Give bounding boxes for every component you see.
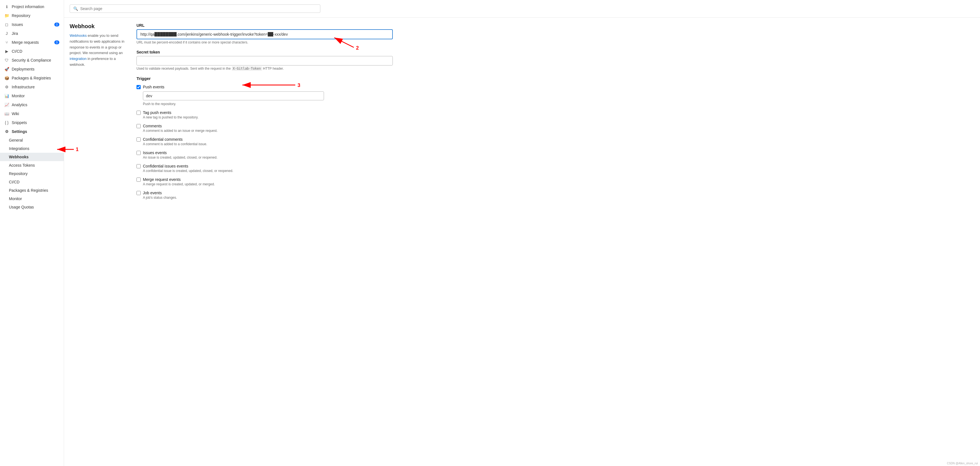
sidebar-item-merge-requests[interactable]: ⑂ Merge requests 0 [0,38,64,47]
issues-events-label[interactable]: Issues events [143,150,167,155]
sidebar-item-project-information[interactable]: ℹ Project information [0,2,64,11]
search-input[interactable] [80,6,317,11]
push-events-checkbox[interactable] [137,85,141,89]
url-hint: URL must be percent-encoded if it contai… [137,40,393,44]
branch-input-container [137,91,393,101]
secret-token-hint: Used to validate received payloads. Sent… [137,67,393,70]
job-events-desc: A job's status changes. [137,196,393,199]
watermark: CSDN @Allen_shore_rui [947,462,978,465]
cicd-icon: ▶ [5,49,9,54]
repo-icon: 📁 [5,13,9,18]
snippet-icon: { } [5,120,9,125]
merge-badge: 0 [54,40,59,44]
webhook-title: Webhook [70,23,126,30]
sidebar-item-security-compliance[interactable]: 🛡 Security & Compliance [0,56,64,65]
sidebar-item-deployments[interactable]: 🚀 Deployments [0,65,64,73]
trigger-push-events: Push events Push to the repository. [137,85,393,106]
main-content: 🔍 Webhook Webhooks enable you to send no… [64,0,980,466]
webhooks-link[interactable]: Webhooks [70,34,87,38]
comments-checkbox[interactable] [137,124,141,128]
sidebar-item-jira[interactable]: J Jira [0,29,64,38]
trigger-confidential-issues-events: Confidential issues events A confidentia… [137,164,393,173]
sidebar-sub-item-usage-quotas[interactable]: Usage Quotas [0,203,64,211]
sidebar-sub-item-access-tokens[interactable]: Access Tokens [0,161,64,169]
confidential-comments-checkbox[interactable] [137,137,141,142]
analytics-icon: 📈 [5,102,9,107]
issues-events-desc: An issue is created, updated, closed, or… [137,155,393,160]
sidebar-sub-item-webhooks[interactable]: Webhooks [0,153,64,161]
wiki-icon: 📖 [5,112,9,116]
sidebar-item-infrastructure[interactable]: ⚙ Infrastructure [0,83,64,91]
tag-push-events-checkbox[interactable] [137,111,141,115]
secret-token-form-group: Secret token Used to validate received p… [137,50,393,70]
integration-link[interactable]: integration [70,57,87,61]
search-bar-container: 🔍 [64,0,980,18]
webhook-description: Webhooks enable you to send notification… [70,33,126,68]
secret-token-code: X-Gitlab-Token [232,66,262,71]
sidebar-item-monitor[interactable]: 📊 Monitor [0,91,64,101]
issues-badge: 0 [54,22,59,27]
sidebar-sub-item-monitor[interactable]: Monitor [0,195,64,203]
shield-icon: 🛡 [5,58,9,62]
sidebar-sub-item-integrations[interactable]: Integrations [0,144,64,153]
push-events-desc: Push to the repository. [137,102,393,106]
push-events-label[interactable]: Push events [143,85,164,89]
url-form-group: URL URL must be percent-encoded if it co… [137,23,393,44]
url-input[interactable] [137,29,393,39]
secret-token-label: Secret token [137,50,393,54]
sidebar-item-wiki[interactable]: 📖 Wiki [0,109,64,118]
trigger-label: Trigger [137,76,393,81]
form-panel: URL URL must be percent-encoded if it co… [137,23,393,205]
sidebar-item-settings[interactable]: ⚙ Settings [0,127,64,136]
sidebar: ℹ Project information 📁 Repository ◻ Iss… [0,0,64,466]
comments-desc: A comment is added to an issue or merge … [137,129,393,132]
description-panel: Webhook Webhooks enable you to send noti… [70,23,126,205]
trigger-merge-request-events: Merge request events A merge request is … [137,177,393,186]
sidebar-item-repository[interactable]: 📁 Repository [0,11,64,20]
trigger-tag-push-events: Tag push events A new tag is pushed to t… [137,110,393,119]
confidential-issues-events-label[interactable]: Confidential issues events [143,164,188,168]
issue-icon: ◻ [5,22,9,27]
trigger-comments: Comments A comment is added to an issue … [137,124,393,132]
tag-push-events-desc: A new tag is pushed to the repository. [137,115,393,119]
settings-icon: ⚙ [5,129,9,134]
sidebar-sub-item-packages-registries[interactable]: Packages & Registries [0,186,64,195]
url-label: URL [137,23,393,27]
sidebar-item-analytics[interactable]: 📈 Analytics [0,101,64,109]
branch-input[interactable] [143,91,324,101]
merge-request-events-label[interactable]: Merge request events [143,177,180,182]
info-icon: ℹ [5,5,9,9]
trigger-checkboxes: Push events Push to the repository. Tag … [137,85,393,199]
confidential-comments-desc: A comment is added to a confidential iss… [137,142,393,146]
tag-push-events-label[interactable]: Tag push events [143,110,171,115]
trigger-form-group: Trigger Push events Push to the reposito… [137,76,393,199]
trigger-issues-events: Issues events An issue is created, updat… [137,150,393,160]
secret-token-input[interactable] [137,56,393,65]
monitor-icon: 📊 [5,94,9,98]
confidential-issues-events-desc: A confidential issue is created, updated… [137,169,393,173]
merge-request-events-desc: A merge request is created, updated, or … [137,182,393,186]
merge-request-events-checkbox[interactable] [137,177,141,182]
sidebar-sub-item-general[interactable]: General [0,136,64,144]
jira-icon: J [5,31,9,36]
sidebar-sub-item-repository[interactable]: Repository [0,169,64,178]
job-events-checkbox[interactable] [137,191,141,195]
sidebar-item-packages-registries[interactable]: 📦 Packages & Registries [0,73,64,83]
infra-icon: ⚙ [5,85,9,89]
comments-label[interactable]: Comments [143,124,162,128]
confidential-issues-events-checkbox[interactable] [137,164,141,168]
package-icon: 📦 [5,76,9,80]
issues-events-checkbox[interactable] [137,151,141,155]
content-area: Webhook Webhooks enable you to send noti… [64,18,398,211]
sidebar-item-issues[interactable]: ◻ Issues 0 [0,20,64,29]
sidebar-item-cicd[interactable]: ▶ CI/CD [0,47,64,56]
merge-icon: ⑂ [5,40,9,45]
sidebar-item-snippets[interactable]: { } Snippets [0,118,64,127]
confidential-comments-label[interactable]: Confidential comments [143,137,183,142]
deploy-icon: 🚀 [5,67,9,71]
search-bar: 🔍 [70,5,320,13]
trigger-job-events: Job events A job's status changes. [137,191,393,199]
trigger-confidential-comments: Confidential comments A comment is added… [137,137,393,146]
job-events-label[interactable]: Job events [143,191,162,195]
sidebar-sub-item-cicd[interactable]: CI/CD [0,178,64,186]
